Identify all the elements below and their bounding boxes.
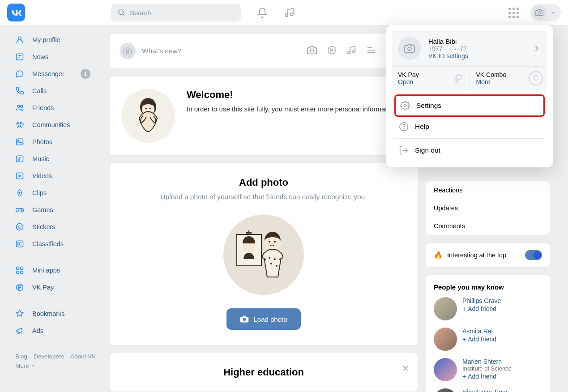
svg-rect-19 [17, 173, 23, 179]
vkid-settings-link[interactable]: VK ID settings [428, 52, 468, 60]
signout-icon [399, 145, 409, 155]
svg-point-10 [17, 105, 20, 107]
messenger-badge: 1 [81, 69, 90, 79]
avatar-icon [532, 5, 547, 20]
camera-icon [120, 43, 136, 59]
footer-about[interactable]: About VK [70, 353, 96, 360]
nav-calls[interactable]: Calls [15, 82, 99, 99]
notifications-icon[interactable] [257, 7, 268, 18]
user-name: Halla Bibi [428, 38, 468, 45]
svg-point-42 [269, 241, 270, 243]
person-item: Phillips Grave+ Add friend [434, 297, 542, 320]
person-name[interactable]: Marlen Shtern [462, 358, 512, 365]
add-friend-link[interactable]: + Add friend [462, 305, 501, 312]
add-friend-link[interactable]: + Add friend [462, 373, 512, 380]
filter-updates[interactable]: Updates [426, 199, 550, 217]
gear-icon [400, 101, 410, 111]
nav-communities[interactable]: Communities [15, 116, 99, 133]
search-placeholder: Search [130, 9, 151, 17]
person-name[interactable]: Phillips Grave [462, 297, 501, 304]
nav-messenger[interactable]: Messenger1 [15, 65, 99, 82]
nav-classifieds[interactable]: Classifieds [15, 235, 99, 252]
svg-point-23 [18, 226, 19, 226]
video-icon[interactable] [327, 45, 337, 55]
nav-my-profile[interactable]: My profile [15, 31, 99, 48]
nav-games[interactable]: Games [15, 201, 99, 218]
chevron-down-icon [550, 10, 555, 15]
left-sidebar: My profile News Messenger1 Calls Friends… [0, 25, 103, 392]
welcome-card: Welcome! In order to use this site fully… [109, 76, 418, 156]
person-name[interactable]: Himalayan Tiger [462, 388, 508, 392]
nav-vk-pay[interactable]: VK Pay [15, 279, 99, 296]
avatar[interactable] [434, 328, 457, 351]
footer-developers[interactable]: Developers [34, 353, 64, 360]
interesting-toggle[interactable] [525, 250, 542, 260]
svg-point-18 [18, 159, 20, 160]
nav-stickers[interactable]: Stickers [15, 218, 99, 235]
nav-friends[interactable]: Friends [15, 99, 99, 116]
nav-ads[interactable]: Ads [15, 322, 99, 339]
nav-clips[interactable]: Clips [15, 184, 99, 201]
footer-more[interactable]: More [15, 362, 35, 369]
music-icon[interactable] [346, 45, 356, 55]
svg-point-34 [348, 51, 350, 54]
person-name[interactable]: Asmita Rai [462, 328, 496, 335]
apps-grid-icon[interactable] [508, 8, 519, 18]
footer-blog[interactable]: Blog [15, 353, 27, 360]
svg-point-8 [18, 37, 21, 40]
svg-rect-26 [17, 267, 19, 270]
svg-point-14 [19, 125, 21, 127]
nav-music[interactable]: Music [15, 150, 99, 167]
compose-placeholder: What's new? [142, 47, 307, 55]
fire-icon: 🔥 [434, 251, 443, 260]
ruble-icon [453, 73, 465, 85]
filter-card: Reactions Updates Comments [425, 181, 551, 235]
nav-news[interactable]: News [15, 48, 99, 65]
profile-menu-trigger[interactable] [530, 4, 561, 21]
svg-point-13 [20, 122, 22, 124]
nav-mini-apps[interactable]: Mini apps [15, 262, 99, 279]
svg-point-46 [270, 263, 272, 264]
svg-point-3 [538, 12, 541, 14]
load-photo-button[interactable]: Load photo [226, 308, 300, 330]
svg-rect-28 [17, 271, 19, 274]
svg-point-45 [274, 258, 276, 260]
filter-reactions[interactable]: Reactions [426, 181, 550, 199]
person-subtitle: Institute of Science [462, 365, 512, 372]
vkcombo-tile[interactable]: VK Combo More C [470, 67, 548, 90]
svg-point-4 [408, 47, 411, 51]
avatar[interactable] [434, 297, 457, 320]
add-photo-card: Add photo Upload a photo of yourself so … [109, 163, 418, 345]
svg-point-35 [353, 51, 355, 53]
avatar[interactable] [434, 358, 457, 381]
close-icon[interactable]: × [402, 362, 409, 375]
svg-rect-27 [21, 267, 23, 270]
dropdown-help[interactable]: Help [394, 117, 545, 136]
dropdown-settings[interactable]: Settings [394, 94, 545, 117]
add-friend-link[interactable]: + Add friend [462, 336, 496, 343]
music-icon[interactable] [284, 7, 295, 18]
search-input[interactable]: Search [111, 4, 241, 21]
vk-logo[interactable] [7, 4, 25, 21]
article-icon[interactable] [366, 45, 376, 55]
svg-point-11 [21, 105, 23, 107]
dropdown-signout[interactable]: Sign out [394, 141, 545, 160]
avatar[interactable] [434, 388, 457, 392]
camera-icon [240, 315, 249, 324]
svg-point-21 [21, 210, 22, 211]
camera-icon[interactable] [307, 45, 317, 55]
nav-videos[interactable]: Videos [15, 167, 99, 184]
top-header: Search [0, 0, 568, 25]
dropdown-user-block[interactable]: Halla Bibi +977 ·· ·· ·· 77 VK ID settin… [392, 30, 547, 66]
filter-comments[interactable]: Comments [426, 217, 550, 235]
nav-bookmarks[interactable]: Bookmarks [15, 305, 99, 322]
compose-box[interactable]: What's new? [109, 33, 418, 69]
nav-photos[interactable]: Photos [15, 133, 99, 150]
help-icon [399, 122, 409, 132]
vkpay-tile[interactable]: VK Pay Open [392, 67, 470, 90]
svg-point-12 [17, 122, 19, 124]
camera-icon [398, 37, 421, 60]
svg-point-47 [276, 265, 278, 267]
chevron-right-icon [532, 44, 541, 53]
svg-rect-25 [17, 241, 23, 247]
